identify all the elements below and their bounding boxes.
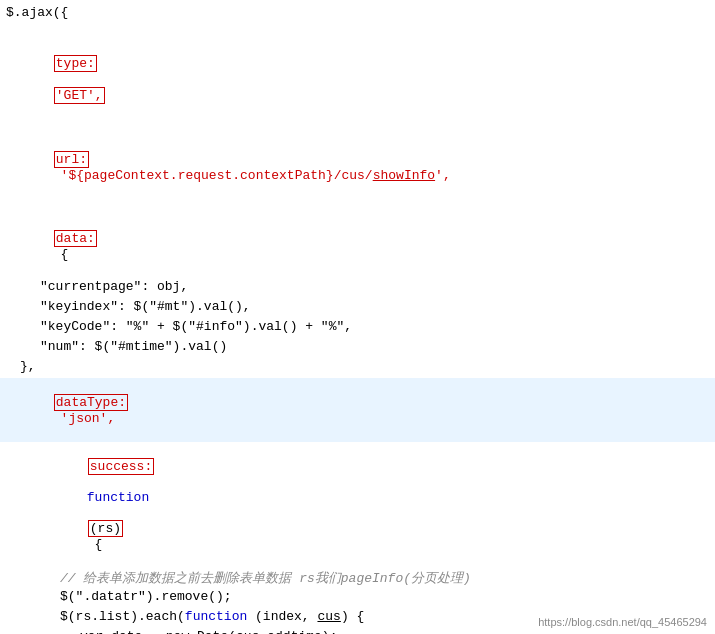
code-content: "currentpage": obj, bbox=[0, 279, 715, 294]
code-content: "num": $("#mtime").val() bbox=[0, 339, 715, 354]
code-content: $(".datatr").remove(); bbox=[0, 589, 715, 604]
code-line-1: $.ajax({ bbox=[0, 4, 715, 24]
url-keyword: url: bbox=[54, 151, 89, 168]
watermark: https://blog.csdn.net/qq_45465294 bbox=[538, 616, 707, 628]
code-content: success: function (rs) { bbox=[0, 443, 715, 567]
code-line-8: "num": $("#mtime").val() bbox=[0, 338, 715, 358]
rs-param: (rs) bbox=[88, 520, 123, 537]
code-content: dataType: 'json', bbox=[0, 379, 715, 441]
show-info-link: showInfo bbox=[373, 168, 435, 183]
code-line-9: }, bbox=[0, 358, 715, 378]
code-content: // 给表单添加数据之前去删除表单数据 rs我们pageInfo(分页处理) bbox=[0, 569, 715, 587]
code-line-13: $(".datatr").remove(); bbox=[0, 588, 715, 608]
code-line-6: "keyindex": $("#mt").val(), bbox=[0, 298, 715, 318]
code-line-10: dataType: 'json', bbox=[0, 378, 715, 442]
code-line-11: success: function (rs) { bbox=[0, 442, 715, 568]
code-line-12: // 给表单添加数据之前去删除表单数据 rs我们pageInfo(分页处理) bbox=[0, 568, 715, 588]
code-content: type: 'GET', bbox=[0, 25, 715, 119]
code-content: data: { bbox=[0, 200, 715, 277]
code-content: var date = new Date(cus.addtime); bbox=[0, 629, 715, 634]
success-keyword: success: bbox=[88, 458, 154, 475]
code-content: $.ajax({ bbox=[0, 5, 715, 20]
type-keyword: type: bbox=[54, 55, 97, 72]
datatype-keyword: dataType: bbox=[54, 394, 128, 411]
function-keyword: function bbox=[87, 490, 149, 505]
code-content: "keyCode": "%" + $("#info").val() + "%", bbox=[0, 319, 715, 334]
data-keyword: data: bbox=[54, 230, 97, 247]
code-line-2: type: 'GET', bbox=[0, 24, 715, 120]
code-editor: $.ajax({ type: 'GET', url: '${pageContex… bbox=[0, 0, 715, 634]
code-content: url: '${pageContext.request.contextPath}… bbox=[0, 121, 715, 198]
code-line-5: "currentpage": obj, bbox=[0, 278, 715, 298]
get-string: 'GET', bbox=[54, 87, 105, 104]
code-content: "keyindex": $("#mt").val(), bbox=[0, 299, 715, 314]
code-line-15: var date = new Date(cus.addtime); bbox=[0, 628, 715, 634]
code-content: }, bbox=[0, 359, 715, 374]
code-line-7: "keyCode": "%" + $("#info").val() + "%", bbox=[0, 318, 715, 338]
code-line-3: url: '${pageContext.request.contextPath}… bbox=[0, 120, 715, 199]
code-line-4: data: { bbox=[0, 199, 715, 278]
